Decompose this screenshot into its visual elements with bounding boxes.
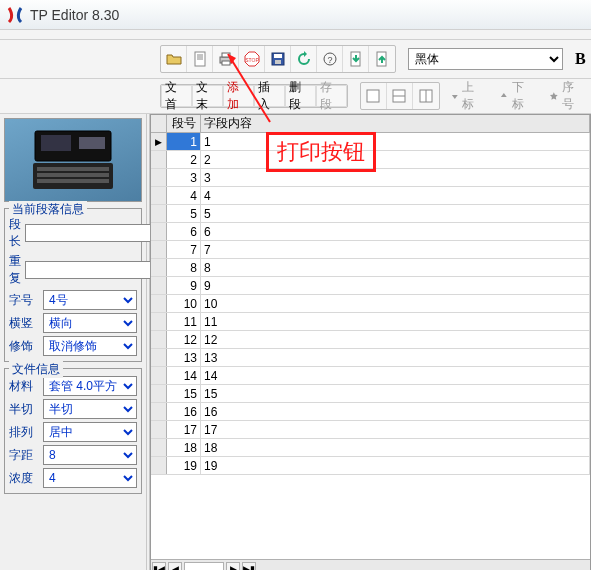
table-row[interactable]: 1111 [151,313,590,331]
table-row[interactable]: 1919 [151,457,590,475]
sequence-button[interactable]: 序号 [543,85,591,107]
refresh-button[interactable] [291,46,317,72]
row-handle[interactable] [151,169,167,186]
insert-button[interactable]: 插入 [254,85,285,107]
cell-content[interactable]: 3 [201,169,590,186]
cell-seg[interactable]: 1 [167,133,201,150]
nav-last-button[interactable]: ▶▮ [242,562,256,571]
font-family-select[interactable]: 黑体 [408,48,563,70]
cell-seg[interactable]: 19 [167,457,201,474]
table-row[interactable]: 99 [151,277,590,295]
cell-seg[interactable]: 14 [167,367,201,384]
row-handle[interactable] [151,241,167,258]
subscript-button[interactable]: 下标 [493,85,541,107]
table-row[interactable]: 1515 [151,385,590,403]
row-handle[interactable] [151,367,167,384]
cell-seg[interactable]: 5 [167,205,201,222]
table-row[interactable]: 33 [151,169,590,187]
table-row[interactable]: 1818 [151,439,590,457]
cell-content[interactable]: 13 [201,349,590,366]
row-handle[interactable] [151,439,167,456]
row-handle[interactable] [151,349,167,366]
table-row[interactable]: 88 [151,259,590,277]
export-button[interactable] [369,46,395,72]
decoration-select[interactable]: 取消修饰 [43,336,137,356]
row-handle[interactable] [151,259,167,276]
row-handle[interactable] [151,133,167,150]
cell-seg[interactable]: 17 [167,421,201,438]
fontsize-select[interactable]: 4号 [43,290,137,310]
cell-content[interactable]: 4 [201,187,590,204]
density-select[interactable]: 4 [43,468,137,488]
cell-content[interactable]: 6 [201,223,590,240]
import-button[interactable] [343,46,369,72]
new-button[interactable] [187,46,213,72]
nav-first-button[interactable]: ▮◀ [152,562,166,571]
col-header-content[interactable]: 字段内容 [201,115,590,132]
cell-content[interactable]: 1 [201,133,590,150]
row-handle[interactable] [151,331,167,348]
table-row[interactable]: 1313 [151,349,590,367]
halfcut-select[interactable]: 半切 [43,399,137,419]
row-handle[interactable] [151,223,167,240]
cell-content[interactable]: 7 [201,241,590,258]
doc-end-button[interactable]: 文末 [192,85,223,107]
save-button[interactable] [265,46,291,72]
material-select[interactable]: 套管 4.0平方 [43,376,137,396]
table-row[interactable]: 55 [151,205,590,223]
row-handle[interactable] [151,277,167,294]
table-row[interactable]: 11 [151,133,590,151]
nav-scroll-track[interactable] [184,562,224,571]
row-handle[interactable] [151,313,167,330]
row-handle[interactable] [151,295,167,312]
col-header-seg[interactable]: 段号 [167,115,201,132]
cell-seg[interactable]: 12 [167,331,201,348]
cell-seg[interactable]: 7 [167,241,201,258]
cell-content[interactable]: 2 [201,151,590,168]
cell-content[interactable]: 11 [201,313,590,330]
save-seg-button[interactable]: 存段 [316,85,347,107]
row-handle[interactable] [151,457,167,474]
table-row[interactable]: 22 [151,151,590,169]
row-handle[interactable] [151,421,167,438]
nav-next-button[interactable]: ▶ [226,562,240,571]
cell-seg[interactable]: 3 [167,169,201,186]
cell-seg[interactable]: 13 [167,349,201,366]
template-2-button[interactable] [387,83,413,109]
cell-seg[interactable]: 9 [167,277,201,294]
row-handle[interactable] [151,403,167,420]
add-button[interactable]: 添加 [223,85,254,107]
superscript-button[interactable]: 上标 [444,85,492,107]
row-handle[interactable] [151,205,167,222]
cell-seg[interactable]: 10 [167,295,201,312]
cell-seg[interactable]: 18 [167,439,201,456]
cell-content[interactable]: 14 [201,367,590,384]
open-button[interactable] [161,46,187,72]
table-row[interactable]: 66 [151,223,590,241]
template-1-button[interactable] [361,83,387,109]
nav-prev-button[interactable]: ◀ [168,562,182,571]
row-handle[interactable] [151,151,167,168]
table-row[interactable]: 44 [151,187,590,205]
cell-seg[interactable]: 15 [167,385,201,402]
cell-content[interactable]: 15 [201,385,590,402]
bold-button[interactable]: B [575,50,586,68]
table-row[interactable]: 1616 [151,403,590,421]
cell-seg[interactable]: 16 [167,403,201,420]
alignment-select[interactable]: 居中 [43,422,137,442]
table-row[interactable]: 1414 [151,367,590,385]
cell-seg[interactable]: 4 [167,187,201,204]
cell-content[interactable]: 5 [201,205,590,222]
cell-content[interactable]: 17 [201,421,590,438]
cell-content[interactable]: 19 [201,457,590,474]
print-button[interactable] [213,46,239,72]
cell-seg[interactable]: 11 [167,313,201,330]
table-row[interactable]: 77 [151,241,590,259]
cell-content[interactable]: 10 [201,295,590,312]
table-row[interactable]: 1010 [151,295,590,313]
cell-content[interactable]: 9 [201,277,590,294]
stop-button[interactable]: STOP [239,46,265,72]
delete-seg-button[interactable]: 删段 [285,85,316,107]
cell-seg[interactable]: 8 [167,259,201,276]
spacing-select[interactable]: 8 [43,445,137,465]
